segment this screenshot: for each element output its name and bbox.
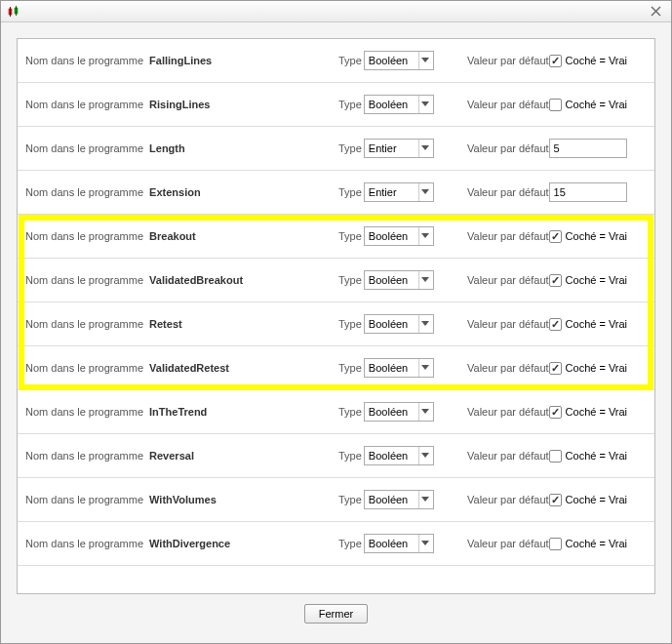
chevron-down-icon	[418, 227, 432, 245]
default-value-box: Coché = Vrai	[549, 406, 637, 419]
type-label: Type	[338, 450, 362, 462]
default-number-input[interactable]	[549, 182, 627, 202]
dialog-window: Nom dans le programme FallingLines Type …	[0, 0, 672, 644]
default-label: Valeur par défaut	[467, 538, 549, 549]
type-value: Entier	[369, 186, 397, 198]
type-select[interactable]: Booléen	[364, 314, 434, 334]
close-button[interactable]: Fermer	[304, 604, 368, 624]
checked-true-label: Coché = Vrai	[566, 99, 628, 110]
type-select[interactable]: Entier	[364, 139, 434, 158]
type-select[interactable]: Booléen	[364, 358, 434, 378]
type-label: Type	[338, 362, 362, 374]
close-icon[interactable]	[646, 4, 665, 20]
name-label: Nom dans le programme	[25, 230, 143, 242]
default-label: Valeur par défaut	[467, 494, 549, 505]
type-label: Type	[338, 99, 362, 110]
default-checkbox[interactable]	[549, 230, 562, 243]
chevron-down-icon	[418, 271, 432, 289]
checked-true-label: Coché = Vrai	[566, 538, 628, 549]
type-select[interactable]: Booléen	[364, 95, 434, 114]
name-label: Nom dans le programme	[25, 55, 143, 66]
parameter-row: Nom dans le programme Reversal Type Bool…	[18, 434, 654, 478]
parameter-row: Nom dans le programme ValidatedBreakout …	[18, 259, 654, 302]
type-label: Type	[338, 186, 362, 198]
default-value-box: Coché = Vrai	[549, 318, 637, 331]
name-label: Nom dans le programme	[25, 142, 143, 154]
type-value: Booléen	[369, 362, 408, 374]
chevron-down-icon	[418, 315, 432, 333]
checked-true-label: Coché = Vrai	[566, 450, 628, 462]
default-checkbox[interactable]	[549, 318, 562, 331]
type-label: Type	[338, 55, 362, 66]
parameter-name: ValidatedRetest	[149, 362, 229, 374]
chevron-down-icon	[418, 96, 432, 113]
parameter-name: ValidatedBreakout	[149, 274, 243, 286]
name-label: Nom dans le programme	[25, 406, 143, 418]
type-value: Booléen	[369, 230, 408, 242]
type-value: Booléen	[369, 55, 408, 66]
parameter-name: InTheTrend	[149, 406, 207, 418]
parameter-name: RisingLines	[149, 99, 210, 110]
default-value-box	[549, 139, 637, 158]
name-label: Nom dans le programme	[25, 362, 143, 374]
type-label: Type	[338, 494, 362, 505]
type-select[interactable]: Booléen	[364, 270, 434, 290]
parameters-panel: Nom dans le programme FallingLines Type …	[17, 38, 655, 594]
name-label: Nom dans le programme	[25, 318, 143, 330]
default-checkbox[interactable]	[549, 55, 562, 67]
type-value: Booléen	[369, 318, 408, 330]
default-value-box: Coché = Vrai	[549, 55, 637, 67]
type-select[interactable]: Booléen	[364, 534, 434, 553]
type-select[interactable]: Booléen	[364, 402, 434, 422]
default-value-box: Coché = Vrai	[549, 230, 637, 243]
default-label: Valeur par défaut	[467, 450, 549, 462]
parameter-name: Breakout	[149, 230, 196, 242]
parameter-name: WithDivergence	[149, 538, 230, 549]
default-value-box: Coché = Vrai	[549, 274, 637, 287]
parameter-row: Nom dans le programme InTheTrend Type Bo…	[18, 390, 654, 434]
default-checkbox[interactable]	[549, 494, 562, 506]
name-label: Nom dans le programme	[25, 538, 143, 549]
chevron-down-icon	[418, 140, 432, 157]
type-select[interactable]: Booléen	[364, 51, 434, 70]
default-checkbox[interactable]	[549, 99, 562, 111]
default-label: Valeur par défaut	[467, 99, 549, 110]
parameter-row: Nom dans le programme WithVolumes Type B…	[18, 478, 654, 522]
type-select[interactable]: Booléen	[364, 446, 434, 465]
default-value-box: Coché = Vrai	[549, 362, 637, 375]
type-label: Type	[338, 318, 362, 330]
type-label: Type	[338, 274, 362, 286]
type-select[interactable]: Entier	[364, 182, 434, 202]
type-select[interactable]: Booléen	[364, 490, 434, 509]
name-label: Nom dans le programme	[25, 186, 143, 198]
chevron-down-icon	[418, 447, 432, 464]
parameter-row: Nom dans le programme Retest Type Boolée…	[18, 302, 654, 346]
type-select[interactable]: Booléen	[364, 226, 434, 246]
default-label: Valeur par défaut	[467, 142, 549, 154]
parameter-name: Reversal	[149, 450, 194, 462]
type-label: Type	[338, 538, 362, 549]
parameter-row: Nom dans le programme RisingLines Type B…	[18, 83, 654, 127]
checked-true-label: Coché = Vrai	[566, 274, 628, 286]
chevron-down-icon	[418, 359, 432, 377]
default-checkbox[interactable]	[549, 362, 562, 375]
type-label: Type	[338, 406, 362, 418]
default-checkbox[interactable]	[549, 450, 562, 463]
type-value: Booléen	[369, 538, 408, 549]
default-checkbox[interactable]	[549, 406, 562, 419]
name-label: Nom dans le programme	[25, 494, 143, 505]
parameter-name: Retest	[149, 318, 182, 330]
default-label: Valeur par défaut	[467, 318, 549, 330]
content-area: Nom dans le programme FallingLines Type …	[1, 22, 671, 643]
parameter-row: Nom dans le programme Extension Type Ent…	[18, 171, 654, 215]
default-number-input[interactable]	[549, 139, 627, 158]
parameter-name: Extension	[149, 186, 201, 198]
parameter-row: Nom dans le programme WithDivergence Typ…	[18, 522, 654, 566]
type-value: Entier	[369, 142, 397, 154]
chevron-down-icon	[418, 535, 432, 552]
type-label: Type	[338, 142, 362, 154]
default-checkbox[interactable]	[549, 274, 562, 287]
default-label: Valeur par défaut	[467, 274, 549, 286]
default-checkbox[interactable]	[549, 538, 562, 550]
chevron-down-icon	[418, 52, 432, 69]
